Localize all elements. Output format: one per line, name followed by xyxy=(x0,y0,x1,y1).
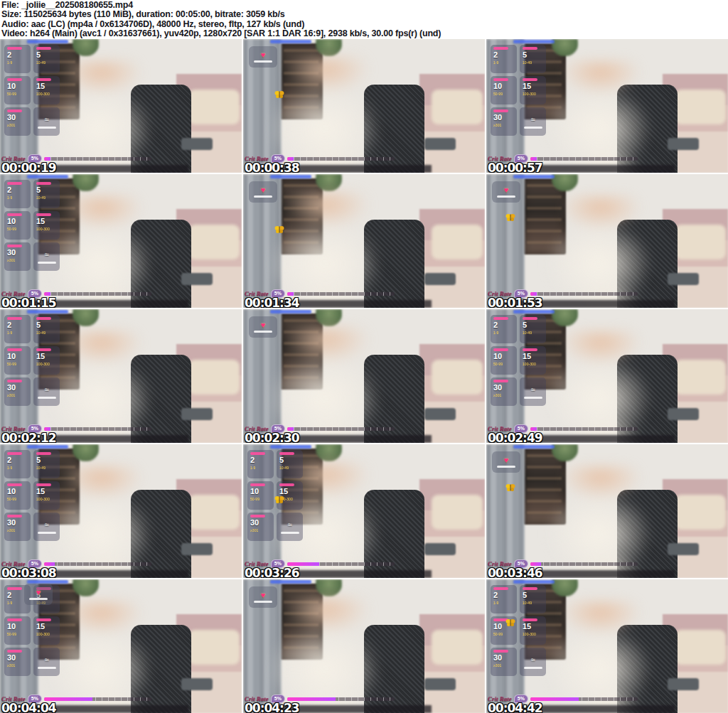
crit-rate-progress xyxy=(287,697,395,701)
tip-menu-cell: 15100-300 xyxy=(33,211,60,240)
tip-cell-header xyxy=(523,78,537,81)
pillow xyxy=(188,225,239,259)
tip-cell-header xyxy=(7,245,22,247)
tip-menu-overlay: 21-9510-491050-9915100-30030≥301≈ xyxy=(491,315,546,406)
tip-menu-cell: 30≥301 xyxy=(491,377,517,406)
video-thumbnail: ♥ Crit Rate 5% 00:03:46 xyxy=(486,444,728,578)
tip-amount: 5 xyxy=(36,456,41,465)
tip-amount: 30 xyxy=(493,113,502,122)
chair-armrest xyxy=(668,273,699,285)
tip-range: 10-49 xyxy=(36,196,46,200)
crit-rate-progress xyxy=(530,157,638,161)
butterfly-emoji xyxy=(505,617,515,626)
video-frame-scene xyxy=(486,444,728,578)
plant xyxy=(316,39,342,56)
heart-badge: ♥ xyxy=(249,46,277,68)
tip-menu-icon-cell: ≈ xyxy=(33,377,60,406)
video-thumbnail: 21-9510-491050-9915100-30030≥301≈ Crit R… xyxy=(243,444,485,578)
crit-rate-progress xyxy=(287,292,395,296)
tip-menu-overlay: 21-9510-491050-9915100-30030≥301≈ xyxy=(4,450,60,541)
watermark-text xyxy=(270,445,311,449)
tip-amount: 2 xyxy=(7,456,11,465)
wave-icon: ≈ xyxy=(44,656,48,664)
tip-amount: 30 xyxy=(7,248,16,257)
tip-cell-header xyxy=(493,587,508,590)
thumbnail-timestamp: 00:01:15 xyxy=(1,296,56,308)
thumbnail-timestamp: 00:03:08 xyxy=(1,566,56,578)
video-thumbnail: 21-9510-491050-9915100-30030≥301≈ Crit R… xyxy=(0,39,242,173)
video-thumbnail: ♥ Crit Rate 5% 00:00:38 xyxy=(243,39,485,173)
tip-amount: 10 xyxy=(7,487,16,496)
tip-menu-cell: 15100-300 xyxy=(33,76,60,104)
thumbnail-timestamp: 00:04:04 xyxy=(1,701,56,713)
heart-badge-caption xyxy=(29,598,48,600)
tip-cell-header xyxy=(523,317,537,320)
tip-menu-icon-cell: ≈ xyxy=(520,377,546,406)
tip-cell-header xyxy=(7,182,22,185)
pillow xyxy=(675,360,725,395)
tip-range: 100-300 xyxy=(36,498,50,502)
tip-amount: 10 xyxy=(7,82,16,91)
tip-amount: 2 xyxy=(7,186,11,195)
heart-badge: ♥ xyxy=(249,181,277,203)
watermark-text xyxy=(513,580,555,584)
tip-menu-cell: 30≥301 xyxy=(491,107,517,136)
file-line: File: _joliie__202508180655.mp4 xyxy=(1,1,727,10)
tip-cell-header xyxy=(7,650,22,653)
tip-amount: 2 xyxy=(493,321,498,330)
tip-menu-cell: 30≥301 xyxy=(4,242,31,271)
tip-icon-caption xyxy=(524,667,542,669)
crit-rate-progress xyxy=(530,427,638,431)
video-thumbnail: 21-9510-491050-9915100-30030≥301≈ Crit R… xyxy=(0,309,242,443)
video-frame-scene xyxy=(486,174,728,308)
tip-menu-cell: 510-49 xyxy=(33,45,60,73)
tip-range: 1-9 xyxy=(493,331,498,336)
tip-menu-cell: 510-49 xyxy=(33,315,60,343)
wave-icon: ≈ xyxy=(287,521,291,529)
tip-cell-header xyxy=(523,587,537,590)
video-thumbnail: ♥ Crit Rate 5% 00:01:53 xyxy=(486,174,728,308)
crit-rate-progress xyxy=(287,427,395,431)
tip-range: 10-49 xyxy=(523,61,532,65)
tip-range: 10-49 xyxy=(523,601,532,606)
tip-range: 1-9 xyxy=(7,61,12,65)
heart-badge-caption xyxy=(254,195,272,198)
watermark-text xyxy=(270,40,311,43)
tip-range: ≥301 xyxy=(493,394,501,398)
chair-armrest xyxy=(668,543,699,555)
video-thumbnail: ♥ Crit Rate 5% 00:04:23 xyxy=(243,579,485,713)
tip-cell-header xyxy=(36,47,51,50)
chair-armrest xyxy=(181,273,213,285)
chair-armrest xyxy=(668,408,699,420)
tip-cell-header xyxy=(7,348,22,351)
tip-cell-header xyxy=(36,483,51,486)
watermark-text xyxy=(270,580,311,584)
tip-amount: 30 xyxy=(7,518,16,527)
plant xyxy=(316,174,342,191)
watermark-text xyxy=(27,310,68,313)
video-frame-scene xyxy=(243,174,485,308)
tip-range: 10-49 xyxy=(36,331,46,336)
tip-range: 50-99 xyxy=(493,92,503,97)
tip-menu-icon-cell: ≈ xyxy=(33,107,60,136)
crit-rate-progress xyxy=(287,562,395,566)
heart-icon: ♥ xyxy=(261,591,266,599)
tip-menu-cell: 510-49 xyxy=(33,180,60,208)
crit-rate-progress xyxy=(44,427,151,431)
tip-cell-header xyxy=(7,213,22,216)
tip-amount: 10 xyxy=(7,217,16,226)
video-thumbnail: ♥ Crit Rate 5% 00:02:30 xyxy=(243,309,485,443)
pillow xyxy=(675,495,725,530)
thumbnail-timestamp: 00:01:34 xyxy=(245,296,299,308)
tip-amount: 10 xyxy=(493,622,502,631)
tip-menu-cell: 15100-300 xyxy=(520,616,546,645)
video-frame-scene xyxy=(243,39,485,173)
tip-menu-cell: 15100-300 xyxy=(520,76,546,104)
tip-cell-header xyxy=(493,650,508,653)
crit-rate-progress xyxy=(44,562,151,566)
plant xyxy=(73,309,99,326)
tip-range: 50-99 xyxy=(493,633,503,637)
tip-range: 100-300 xyxy=(36,227,50,232)
tip-menu-cell: 30≥301 xyxy=(247,513,274,541)
tip-cell-header xyxy=(493,47,508,50)
